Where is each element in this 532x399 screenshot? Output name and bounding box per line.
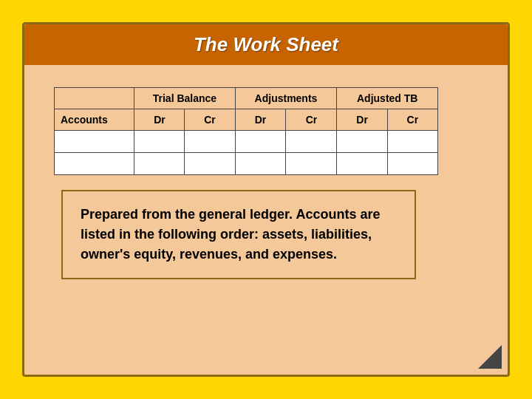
- accounts-subheader: Accounts: [55, 109, 134, 131]
- data-cell: [235, 153, 286, 175]
- accounts-cell: [55, 131, 134, 153]
- trial-dr-header: Dr: [134, 109, 185, 131]
- accounts-cell: [55, 153, 134, 175]
- corner-arrow-icon: [478, 345, 502, 369]
- adjustments-header: Adjustments: [235, 88, 337, 109]
- table-row: [55, 131, 438, 153]
- slide-title: The Work Sheet: [194, 33, 338, 55]
- trial-balance-header: Trial Balance: [134, 88, 235, 109]
- trial-cr-header: Cr: [185, 109, 235, 131]
- table-header-row: Trial Balance Adjustments Adjusted TB: [55, 88, 438, 109]
- atb-dr-header: Dr: [337, 109, 387, 131]
- adjusted-tb-header: Adjusted TB: [337, 88, 438, 109]
- slide-container: The Work Sheet Trial Balance Adjustments…: [22, 22, 510, 377]
- accounts-header-cell: [55, 88, 134, 109]
- data-cell: [286, 153, 337, 175]
- table-row: [55, 153, 438, 175]
- data-cell: [235, 131, 286, 153]
- data-cell: [185, 131, 235, 153]
- data-cell: [134, 131, 185, 153]
- data-cell: [134, 153, 185, 175]
- adj-dr-header: Dr: [235, 109, 286, 131]
- slide-header: The Work Sheet: [24, 24, 508, 65]
- worksheet-table: Trial Balance Adjustments Adjusted TB Ac…: [54, 87, 438, 175]
- atb-cr-header: Cr: [387, 109, 437, 131]
- data-cell: [337, 153, 387, 175]
- data-cell: [337, 131, 387, 153]
- table-subheader-row: Accounts Dr Cr Dr Cr Dr Cr: [55, 109, 438, 131]
- info-box-text: Prepared from the general ledger. Accoun…: [81, 207, 380, 262]
- info-box: Prepared from the general ledger. Accoun…: [61, 190, 416, 279]
- adj-cr-header: Cr: [286, 109, 337, 131]
- slide-content: Trial Balance Adjustments Adjusted TB Ac…: [24, 65, 508, 375]
- data-cell: [387, 131, 437, 153]
- data-cell: [185, 153, 235, 175]
- data-cell: [387, 153, 437, 175]
- data-cell: [286, 131, 337, 153]
